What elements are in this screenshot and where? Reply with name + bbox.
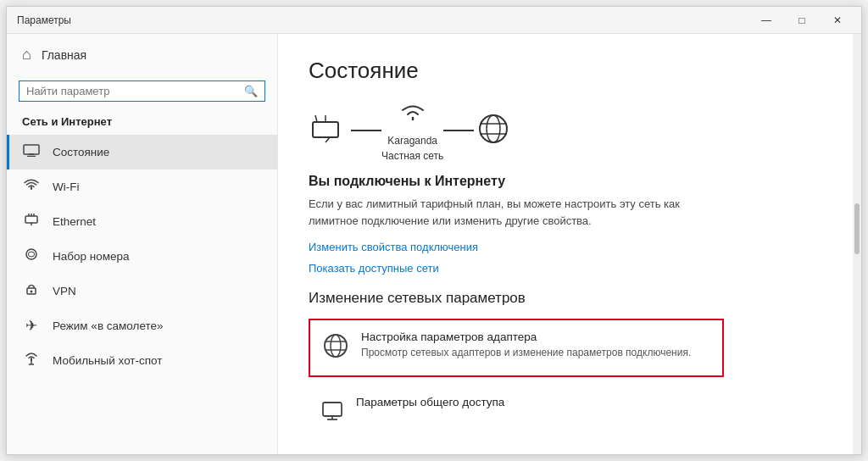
sidebar-item-dialup[interactable]: Набор номера — [7, 239, 277, 274]
svg-point-18 — [487, 115, 500, 142]
sidebar-item-ethernet[interactable]: Ethernet — [7, 204, 277, 239]
sidebar-label-wifi: Wi-Fi — [53, 181, 79, 193]
vpn-icon — [22, 282, 41, 300]
change-section-title: Изменение сетевых параметров — [309, 290, 822, 307]
sharing-icon — [320, 397, 344, 427]
sharing-card-content: Параметры общего доступа — [356, 396, 504, 411]
svg-point-17 — [480, 115, 507, 142]
maximize-button[interactable]: □ — [785, 8, 819, 32]
svg-rect-3 — [25, 216, 37, 223]
svg-line-14 — [315, 115, 317, 122]
network-name: Karaganda — [381, 135, 443, 147]
network-diagram: Karaganda Частная сеть — [309, 99, 822, 162]
hotspot-icon — [22, 352, 41, 369]
home-icon: ⌂ — [22, 46, 31, 64]
close-button[interactable]: ✕ — [821, 8, 854, 32]
search-icon: 🔍 — [244, 85, 258, 97]
wifi-block: Karaganda Частная сеть — [381, 99, 443, 162]
sidebar-section-title: Сеть и Интернет — [7, 110, 277, 135]
adapter-settings-card[interactable]: Настройка параметров адаптера Просмотр с… — [309, 319, 724, 377]
sidebar-item-airplane[interactable]: ✈ Режим «в самолете» — [7, 308, 277, 343]
sidebar-item-wifi[interactable]: Wi-Fi — [7, 169, 277, 204]
svg-rect-25 — [323, 403, 342, 416]
svg-rect-0 — [24, 145, 39, 154]
status-icon — [22, 143, 41, 161]
dialup-icon — [22, 247, 41, 265]
show-networks-link[interactable]: Показать доступные сети — [309, 262, 822, 275]
content-area: ⌂ Главная 🔍 Сеть и Интернет С — [7, 34, 861, 454]
main-window: Параметры — □ ✕ ⌂ Главная 🔍 Сеть и Интер… — [6, 6, 862, 455]
adapter-icon — [322, 332, 349, 365]
page-title: Состояние — [309, 58, 822, 84]
sidebar-label-hotspot: Мобильный хот-спот — [53, 354, 162, 367]
scrollbar-thumb[interactable] — [854, 203, 860, 254]
sidebar-label-airplane: Режим «в самолете» — [53, 319, 164, 332]
sharing-card-title: Параметры общего доступа — [356, 396, 504, 408]
adapter-card-title: Настройка параметров адаптера — [361, 330, 691, 343]
search-box[interactable]: 🔍 — [19, 81, 265, 102]
title-bar: Параметры — □ ✕ — [7, 7, 861, 34]
adapter-card-desc: Просмотр сетевых адаптеров и изменение п… — [361, 346, 691, 360]
router-icon — [309, 112, 351, 149]
home-label: Главная — [42, 48, 86, 62]
sidebar-item-hotspot[interactable]: Мобильный хот-спот — [7, 343, 277, 378]
change-properties-link[interactable]: Изменить свойства подключения — [309, 241, 822, 253]
main-content: Состояние — [278, 34, 853, 454]
minimize-button[interactable]: — — [749, 8, 783, 32]
sidebar-label-ethernet: Ethernet — [53, 215, 96, 228]
window-controls: — □ ✕ — [749, 8, 854, 32]
ethernet-icon — [22, 213, 41, 230]
window-title: Параметры — [17, 14, 71, 26]
wifi-icon — [22, 178, 41, 196]
sidebar-label-vpn: VPN — [53, 285, 76, 297]
adapter-card-content: Настройка параметров адаптера Просмотр с… — [361, 330, 691, 360]
sidebar-item-home[interactable]: ⌂ Главная — [7, 34, 277, 75]
connected-title: Вы подключены к Интернету — [309, 174, 822, 189]
svg-point-10 — [31, 291, 33, 293]
svg-rect-13 — [313, 122, 338, 137]
net-line-1 — [351, 130, 381, 131]
sidebar-label-status: Состояние — [53, 146, 109, 158]
net-line-2 — [443, 130, 474, 131]
svg-point-21 — [325, 335, 347, 357]
sharing-settings-card[interactable]: Параметры общего доступа — [309, 386, 724, 437]
scrollbar[interactable] — [853, 34, 861, 454]
sidebar-label-dialup: Набор номера — [53, 250, 130, 263]
network-type: Частная сеть — [381, 150, 443, 162]
connected-desc: Если у вас лимитный тарифный план, вы мо… — [309, 196, 724, 229]
search-input[interactable] — [26, 85, 244, 97]
svg-point-22 — [331, 335, 341, 357]
sidebar: ⌂ Главная 🔍 Сеть и Интернет С — [7, 34, 278, 454]
globe-icon — [474, 112, 513, 149]
sidebar-item-status[interactable]: Состояние — [7, 135, 277, 169]
airplane-icon: ✈ — [22, 317, 41, 335]
svg-point-8 — [26, 249, 36, 259]
sidebar-item-vpn[interactable]: VPN — [7, 274, 277, 308]
